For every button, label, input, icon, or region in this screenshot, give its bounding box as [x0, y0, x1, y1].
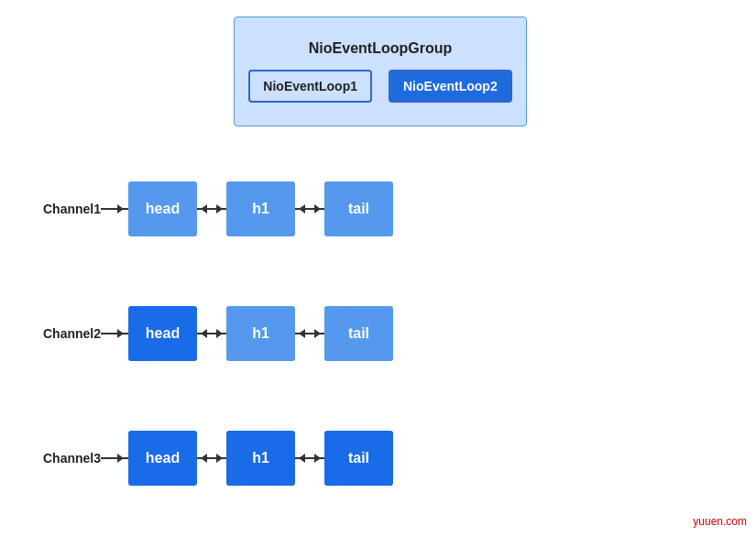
channel-row-1: Channel1 head h1 tail — [27, 181, 393, 236]
arrow-head-h1-ch3 — [197, 449, 226, 467]
channel3-tail-node: tail — [324, 431, 393, 486]
arrow-channel2-to-head — [101, 327, 128, 340]
channel-2-label: Channel2 — [27, 326, 101, 341]
watermark: yuuen.com — [693, 515, 747, 528]
channel1-head-node: head — [128, 181, 197, 236]
arrow-h1-tail-ch3 — [295, 449, 324, 467]
channel-3-label: Channel3 — [27, 451, 101, 466]
arrow-h1-tail-ch1 — [295, 200, 324, 218]
arrow-h1-tail-ch2 — [295, 324, 324, 343]
channel1-h1-node: h1 — [226, 181, 295, 236]
arrow-head-h1-ch2 — [197, 324, 226, 343]
arrow-head-h1-ch1 — [197, 200, 226, 218]
channel1-tail-node: tail — [324, 181, 393, 236]
arrow-channel1-to-head — [101, 203, 128, 215]
group-title: NioEventLoopGroup — [309, 40, 452, 57]
channel2-h1-node: h1 — [226, 306, 295, 361]
channel-1-label: Channel1 — [27, 202, 101, 216]
event-loop-group: NioEventLoopGroup NioEventLoop1 NioEvent… — [234, 16, 527, 126]
arrow-channel3-to-head — [101, 452, 128, 465]
channel-row-3: Channel3 head h1 tail — [27, 431, 393, 486]
channel2-head-node: head — [128, 306, 197, 361]
event-loops-row: NioEventLoop1 NioEventLoop2 — [248, 70, 511, 103]
channel3-head-node: head — [128, 431, 197, 486]
channel3-h1-node: h1 — [226, 431, 295, 486]
event-loop-2: NioEventLoop2 — [389, 70, 512, 103]
channel-row-2: Channel2 head h1 tail — [27, 306, 393, 361]
event-loop-1: NioEventLoop1 — [248, 70, 372, 103]
diagram: NioEventLoopGroup NioEventLoop1 NioEvent… — [0, 0, 756, 537]
channel2-tail-node: tail — [324, 306, 393, 361]
